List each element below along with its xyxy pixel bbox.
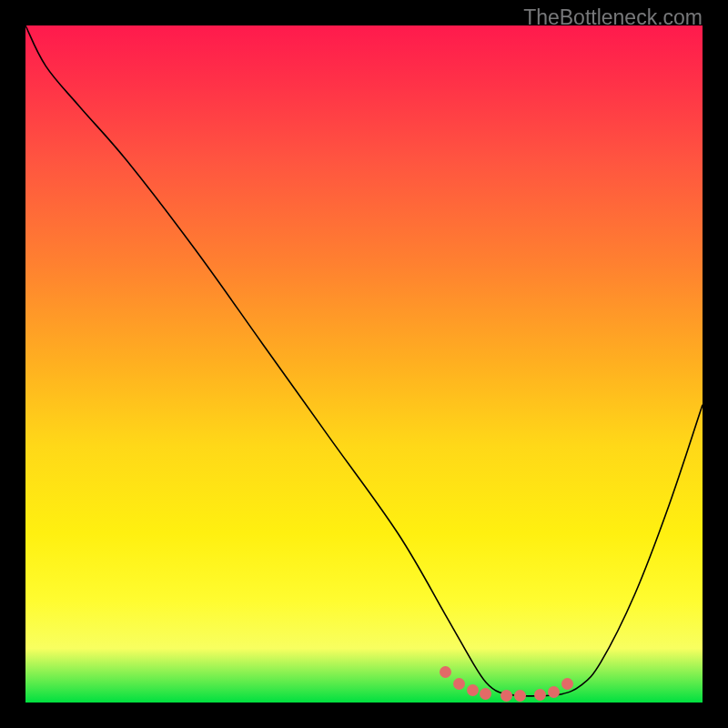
marker-dot	[561, 678, 573, 690]
marker-dot	[514, 690, 526, 702]
marker-dot	[453, 678, 465, 690]
plot-area	[25, 25, 703, 703]
marker-dot	[548, 686, 560, 698]
chart-container: TheBottleneck.com	[0, 0, 728, 728]
marker-dot	[534, 689, 546, 701]
dots-layer	[25, 25, 703, 703]
marker-dot	[480, 688, 491, 700]
marker-dot	[467, 684, 479, 696]
marker-dot	[500, 690, 512, 702]
marker-dot	[440, 666, 451, 678]
